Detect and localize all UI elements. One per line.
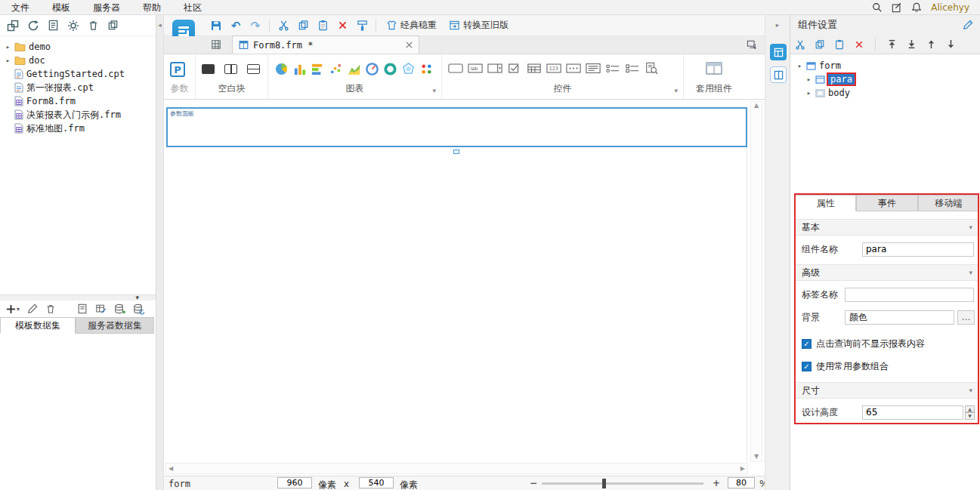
refresh-icon[interactable] bbox=[27, 20, 39, 32]
move-to-top-button[interactable] bbox=[882, 35, 901, 54]
scroll-left-icon[interactable]: ◀ bbox=[168, 465, 173, 472]
close-tab-icon[interactable] bbox=[406, 42, 413, 48]
zoom-value-input[interactable] bbox=[728, 477, 755, 488]
cut-button[interactable] bbox=[274, 17, 293, 35]
parameter-pane-resize-handle[interactable] bbox=[453, 149, 459, 154]
section-size[interactable]: 尺寸 ▾ bbox=[795, 382, 979, 399]
vertical-scrollbar[interactable]: ▲ ▼ bbox=[750, 101, 762, 462]
layout-panel-toggle[interactable] bbox=[770, 66, 787, 83]
format-painter-button[interactable] bbox=[352, 17, 372, 35]
tree-item-frm[interactable]: 决策报表入门示例.frm bbox=[0, 108, 156, 122]
dataset-splitter[interactable]: ▾ bbox=[0, 294, 156, 300]
textfield-widget-icon[interactable] bbox=[448, 63, 463, 74]
design-height-input[interactable] bbox=[862, 405, 963, 420]
tab-events[interactable]: 事件 bbox=[856, 195, 917, 211]
menu-server[interactable]: 服务器 bbox=[82, 0, 131, 15]
design-canvas[interactable]: 参数面板 ▲ ▼ ◀ ▶ bbox=[164, 100, 765, 476]
move-down-button[interactable] bbox=[941, 35, 960, 54]
zoom-slider-handle[interactable] bbox=[602, 479, 606, 488]
database-add-icon[interactable] bbox=[114, 304, 125, 315]
search-icon[interactable] bbox=[872, 2, 883, 13]
reuse-component-icon[interactable] bbox=[706, 62, 722, 75]
checkbox-checked[interactable]: ✓ bbox=[802, 339, 812, 349]
collapse-left-icon[interactable]: ◂ bbox=[156, 21, 163, 29]
convert-legacy-button[interactable]: 转换至旧版 bbox=[443, 19, 515, 32]
scroll-down-icon[interactable]: ▼ bbox=[751, 453, 762, 460]
checkbox-label[interactable]: 使用常用参数组合 bbox=[816, 360, 889, 373]
edit-pencil-icon[interactable] bbox=[963, 20, 973, 30]
password-widget-icon[interactable] bbox=[566, 63, 581, 74]
gauge-chart-icon[interactable] bbox=[365, 62, 379, 76]
scatter-chart-icon[interactable] bbox=[329, 62, 343, 76]
preview-icon[interactable] bbox=[48, 20, 59, 31]
document-tab[interactable]: Form8.frm * bbox=[232, 35, 419, 54]
checkbox-label[interactable]: 点击查询前不显示报表内容 bbox=[816, 337, 925, 350]
tree-item-folder[interactable]: ▸ demo bbox=[0, 40, 156, 54]
username[interactable]: Alicehyy bbox=[931, 2, 969, 13]
zoom-in-button[interactable]: + bbox=[713, 478, 720, 488]
section-basic[interactable]: 基本 ▾ bbox=[795, 219, 979, 236]
expand-icon[interactable]: ▸ bbox=[805, 76, 812, 83]
label-widget-icon[interactable]: lab bbox=[468, 63, 483, 74]
donut-chart-icon[interactable] bbox=[383, 62, 397, 76]
tree-item-frm[interactable]: 标准地图.frm bbox=[0, 122, 156, 135]
zoom-slider[interactable] bbox=[542, 482, 703, 485]
collapse-right-icon[interactable]: ▸ bbox=[765, 21, 790, 29]
checkboxgroup-widget-icon[interactable] bbox=[625, 63, 640, 74]
cut-component-button[interactable] bbox=[790, 35, 810, 54]
compose-icon[interactable] bbox=[892, 2, 902, 13]
edit-table-icon[interactable] bbox=[95, 304, 107, 314]
copy-button[interactable] bbox=[293, 17, 313, 35]
background-select[interactable]: 颜色 bbox=[845, 310, 954, 325]
parameter-pane-icon[interactable]: P bbox=[170, 62, 185, 77]
preview-dataset-icon[interactable] bbox=[77, 304, 88, 314]
delete-template-icon[interactable] bbox=[88, 20, 99, 31]
component-settings-toggle[interactable] bbox=[770, 44, 787, 60]
copy-component-button[interactable] bbox=[810, 35, 830, 54]
tree-item-frm[interactable]: Form8.frm bbox=[0, 94, 156, 108]
checkbox-widget-icon[interactable] bbox=[507, 63, 522, 74]
datepicker-widget-icon[interactable] bbox=[527, 63, 542, 74]
checkbox-checked[interactable]: ✓ bbox=[802, 362, 812, 371]
column-chart-icon[interactable] bbox=[292, 62, 307, 76]
absolute-block-icon[interactable] bbox=[202, 64, 215, 74]
menu-template[interactable]: 模板 bbox=[41, 0, 82, 15]
scroll-right-icon[interactable]: ▶ bbox=[740, 465, 745, 472]
delete-button[interactable] bbox=[332, 17, 352, 35]
tree-item-form[interactable]: ▸ form bbox=[790, 59, 980, 72]
canvas-width-input[interactable] bbox=[277, 477, 312, 488]
tab-block-icon[interactable] bbox=[224, 64, 237, 74]
redo-button[interactable]: ↷ bbox=[246, 17, 265, 35]
paste-button[interactable] bbox=[313, 17, 332, 35]
tab-list-icon[interactable] bbox=[211, 39, 221, 50]
undo-button[interactable]: ↶ bbox=[226, 17, 246, 35]
switch-workspace-icon[interactable] bbox=[7, 20, 19, 32]
parameter-pane[interactable]: 参数面板 bbox=[166, 107, 747, 147]
canvas-height-input[interactable] bbox=[359, 477, 394, 488]
spinner-down-icon[interactable]: ▼ bbox=[965, 412, 975, 420]
add-dataset-button[interactable]: ▾ bbox=[6, 304, 20, 314]
delete-component-button[interactable] bbox=[849, 35, 869, 54]
expand-icon[interactable]: ▸ bbox=[805, 89, 812, 97]
bell-icon[interactable] bbox=[911, 2, 922, 13]
background-more-button[interactable]: … bbox=[957, 310, 975, 325]
delete-dataset-icon[interactable] bbox=[45, 304, 56, 314]
menu-help[interactable]: 帮助 bbox=[131, 0, 172, 15]
settings-gear-icon[interactable] bbox=[67, 20, 79, 32]
tree-item-para[interactable]: ▸ para bbox=[790, 72, 980, 86]
expand-icon[interactable]: ▸ bbox=[5, 43, 11, 51]
zoom-out-button[interactable]: − bbox=[530, 478, 537, 488]
save-button[interactable] bbox=[206, 17, 226, 35]
tree-item-folder[interactable]: ▸ doc bbox=[0, 54, 156, 67]
tree-item-cpt[interactable]: GettingStarted.cpt bbox=[0, 67, 156, 81]
database-sync-icon[interactable] bbox=[133, 304, 144, 315]
pie-chart-icon[interactable] bbox=[274, 62, 289, 76]
tab-server-dataset[interactable]: 服务器数据集 bbox=[76, 317, 154, 334]
radar-chart-icon[interactable] bbox=[401, 62, 416, 76]
radiogroup-widget-icon[interactable] bbox=[605, 63, 620, 74]
tab-attributes[interactable]: 属性 bbox=[795, 195, 856, 211]
move-up-button[interactable] bbox=[921, 35, 941, 54]
menu-file[interactable]: 文件 bbox=[0, 0, 41, 15]
paste-component-button[interactable] bbox=[830, 35, 849, 54]
spinner-up-icon[interactable]: ▲ bbox=[965, 405, 975, 413]
